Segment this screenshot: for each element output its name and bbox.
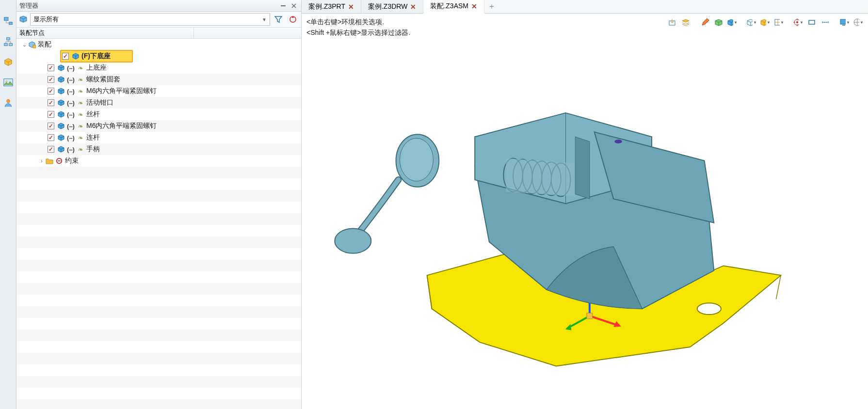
part-icon <box>57 110 65 118</box>
close-icon[interactable]: ✕ <box>410 3 416 11</box>
tree-item[interactable]: ✓ (F)下底座 <box>16 50 301 62</box>
dash-icon: (–) <box>67 87 75 95</box>
tree-empty-row <box>16 283 301 295</box>
chevron-down-icon: ▼ <box>753 20 757 25</box>
manager-panel: 管理器 显示所有 ▼ 装配节点 ⌄ 装配 <box>16 0 302 409</box>
tree-item-label: 丝杆 <box>86 110 100 119</box>
tab-z3drw[interactable]: 案例.Z3DRW ✕ <box>361 0 423 13</box>
tab-z3prt[interactable]: 案例.Z3PRT ✕ <box>302 0 361 13</box>
tree-item-label: 连杆 <box>86 133 100 142</box>
part-icon <box>57 145 65 153</box>
close-button[interactable] <box>289 2 298 10</box>
tab-z3asm[interactable]: 装配.Z3ASM ✕ <box>423 0 484 14</box>
part-icon <box>57 64 65 72</box>
collapse-icon[interactable]: ⌄ <box>20 42 28 48</box>
tree-item-label: M6内六角平端紧固螺钉 <box>86 87 157 95</box>
tree-empty-row <box>16 271 301 283</box>
svg-point-28 <box>400 138 433 181</box>
close-icon[interactable]: ✕ <box>348 3 354 11</box>
box-blue-icon[interactable]: ▼ <box>726 16 738 28</box>
tree-item[interactable]: ✓ (–) ❧ 螺纹紧固套 <box>16 74 301 85</box>
tree-empty-row <box>16 260 301 271</box>
checkbox[interactable]: ✓ <box>48 134 54 141</box>
person-icon[interactable] <box>2 97 14 109</box>
tree-item-label: 螺纹紧固套 <box>86 75 120 84</box>
hints-area: <单击右键>环境相关选项. <Shift +鼠标右键>显示选择过滤器. <box>302 14 662 41</box>
refresh-button[interactable] <box>287 13 299 26</box>
image-icon[interactable] <box>2 77 14 88</box>
leaf-icon: ❧ <box>77 76 84 83</box>
axis-icon[interactable]: ▼ <box>773 16 785 28</box>
pencil-icon[interactable] <box>699 16 711 28</box>
checkbox[interactable]: ✓ <box>48 76 54 83</box>
tree-item[interactable]: ✓ (–) ❧ 连杆 <box>16 132 301 143</box>
assembly-root-icon <box>28 41 36 48</box>
checkbox[interactable]: ✓ <box>48 111 54 118</box>
tree-item[interactable]: ✓ (–) ❧ 上底座 <box>16 62 301 74</box>
leaf-icon: ❧ <box>77 64 84 72</box>
tree-item[interactable]: ✓ (–) ❧ 活动钳口 <box>16 97 301 109</box>
svg-rect-0 <box>4 17 8 21</box>
hierarchy-icon[interactable] <box>2 36 14 47</box>
assembly-icon <box>18 15 28 24</box>
ruler-icon[interactable] <box>820 16 831 28</box>
tree-item-highlighted[interactable]: ✓ (F)下底座 <box>60 50 133 63</box>
expand-icon[interactable]: › <box>38 158 46 164</box>
box-green-icon[interactable] <box>713 16 724 28</box>
manager-title-text: 管理器 <box>19 1 38 10</box>
tree-empty-row <box>16 364 301 376</box>
checkbox[interactable]: ✓ <box>62 53 69 60</box>
svg-point-20 <box>697 303 721 315</box>
leaf-icon: ❧ <box>77 99 84 107</box>
leaf-icon: ❧ <box>77 110 84 118</box>
tree-item[interactable]: ✓ (–) ❧ 手柄 <box>16 143 301 155</box>
tree-empty-row <box>16 248 301 260</box>
tree-item-label: 手柄 <box>86 145 100 154</box>
wireframe-icon[interactable]: ▼ <box>746 16 757 28</box>
funnel-button[interactable] <box>272 13 285 26</box>
checkbox[interactable]: ✓ <box>48 88 54 94</box>
monitor-icon[interactable]: ▼ <box>839 16 851 28</box>
column-header: 装配节点 <box>16 27 301 39</box>
tree-empty-row <box>16 376 301 388</box>
svg-rect-3 <box>4 43 7 46</box>
layers-icon[interactable] <box>680 16 691 28</box>
chevron-down-icon: ▼ <box>734 20 738 25</box>
filter-dropdown-label: 显示所有 <box>33 15 59 24</box>
tree-item[interactable]: ✓ (–) ❧ M6内六角平端紧固螺钉 <box>16 85 301 97</box>
checkbox[interactable]: ✓ <box>48 99 54 106</box>
minimize-button[interactable] <box>279 2 288 10</box>
tree-empty-row <box>16 236 301 248</box>
tab-label: 案例.Z3PRT <box>308 2 345 11</box>
tree-empty-row <box>16 202 301 213</box>
tree-item[interactable]: ✓ (–) ❧ 丝杆 <box>16 109 301 120</box>
part-icon <box>57 76 65 83</box>
isometric-icon[interactable]: ▼ <box>759 16 771 28</box>
tree-empty-row <box>16 341 301 353</box>
tree-root-row[interactable]: ⌄ 装配 <box>16 39 301 50</box>
tree-constraints-row[interactable]: › 约束 <box>16 155 301 167</box>
filter-dropdown[interactable]: 显示所有 ▼ <box>30 13 270 26</box>
import-icon[interactable] <box>666 16 678 28</box>
3d-viewport[interactable] <box>302 41 868 409</box>
dash-icon: (–) <box>67 145 75 153</box>
tree-root-label: 装配 <box>38 40 51 49</box>
svg-rect-17 <box>840 19 846 24</box>
tree-constraints-label: 约束 <box>65 157 79 165</box>
leaf-icon: ❧ <box>77 87 84 95</box>
tree-empty-row <box>16 399 301 409</box>
dash-icon: (–) <box>67 99 75 107</box>
target-icon[interactable]: ▼ <box>792 16 804 28</box>
rectangle-icon[interactable] <box>806 16 818 28</box>
checkbox[interactable]: ✓ <box>48 64 54 71</box>
checkbox[interactable]: ✓ <box>48 146 54 153</box>
close-icon[interactable]: ✕ <box>471 2 477 10</box>
tree-item[interactable]: ✓ (–) ❧ M6内六角平端紧固螺钉 <box>16 120 301 132</box>
left-toolbar <box>0 0 16 409</box>
dash-icon: (–) <box>67 122 75 130</box>
checkbox[interactable]: ✓ <box>48 123 54 129</box>
box-icon[interactable] <box>2 56 14 68</box>
tab-add-button[interactable]: ＋ <box>484 0 499 13</box>
tree-icon[interactable] <box>2 16 14 27</box>
scope-icon[interactable]: ▼ <box>852 16 864 28</box>
